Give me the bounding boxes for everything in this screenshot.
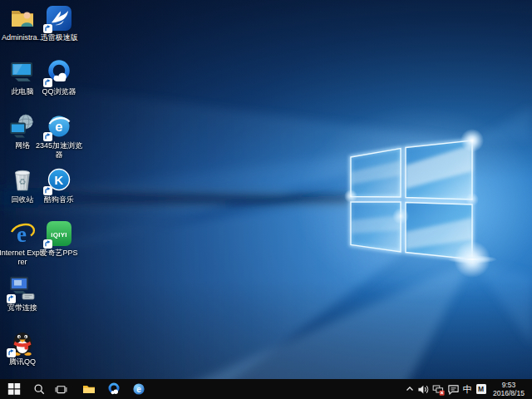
kugou-k-icon: K	[45, 166, 73, 195]
shortcut-arrow-icon	[7, 294, 16, 303]
shortcut-arrow-icon	[43, 239, 52, 249]
start-button[interactable]	[0, 379, 28, 399]
qq-browser-icon	[107, 382, 121, 396]
show-hidden-icons-button[interactable]	[403, 379, 416, 399]
taskbar-clock[interactable]: 9:53 2016/8/15	[488, 381, 530, 397]
shortcut-arrow-icon	[43, 78, 52, 87]
desktop-icon-kugou[interactable]: K 酷狗音乐	[35, 166, 83, 204]
broadband-icon	[8, 274, 37, 303]
folder-icon	[82, 382, 96, 396]
taskbar: e	[0, 379, 532, 399]
user-folder-icon	[8, 4, 37, 32]
windows-desktop: { "desktop": { "icons": [ {"id":"adminis…	[0, 0, 532, 399]
iqiyi-icon: iQIYI	[45, 219, 73, 248]
clock-date: 2016/8/15	[490, 389, 528, 397]
windows-logo-icon	[7, 382, 21, 396]
ime-language-badge[interactable]: M	[474, 379, 488, 399]
svg-text:iQIYI: iQIYI	[51, 231, 67, 239]
shortcut-arrow-icon	[43, 186, 52, 195]
taskbar-left: e	[0, 379, 151, 399]
svg-text:K: K	[55, 173, 64, 187]
task-view-button[interactable]	[50, 379, 71, 399]
xunlei-bird-icon	[45, 4, 73, 32]
icon-label: 爱奇艺PPS	[40, 249, 77, 258]
network-disconnected-icon	[432, 383, 445, 396]
e-browser-button[interactable]: e	[126, 379, 151, 399]
icon-label: QQ浏览器	[42, 87, 76, 96]
desktop-icon-2345-browser[interactable]: e 2345加速浏览器	[35, 112, 83, 160]
shortcut-arrow-icon	[7, 348, 16, 357]
desktop-icon-qq-browser[interactable]: QQ浏览器	[35, 58, 83, 96]
network-globe-icon	[8, 112, 37, 140]
icon-label: 2345加速浏览器	[35, 141, 83, 160]
svg-text:e: e	[136, 385, 141, 394]
svg-text:e: e	[55, 119, 62, 135]
message-bubble-icon	[447, 383, 460, 396]
icon-label: 腾讯QQ	[9, 357, 36, 367]
shortcut-arrow-icon	[43, 24, 52, 33]
search-button[interactable]	[28, 379, 50, 399]
action-center-button[interactable]	[446, 379, 461, 399]
task-view-icon	[55, 383, 67, 396]
browser-sphere-icon: e	[132, 382, 145, 396]
ime-mode-indicator[interactable]: 中	[461, 379, 474, 399]
desktop-icon-broadband[interactable]: 宽带连接	[0, 274, 47, 313]
system-tray: 中 M 9:53 2016/8/15	[403, 379, 532, 399]
qq-browser-icon	[45, 58, 73, 86]
shortcut-arrow-icon	[43, 132, 52, 141]
speaker-icon	[417, 383, 430, 396]
volume-button[interactable]	[416, 379, 431, 399]
qq-browser-button[interactable]	[101, 379, 126, 399]
qq-penguin-icon	[8, 328, 37, 357]
recycle-bin-icon: ♻	[8, 166, 37, 195]
icon-label: 网络	[15, 141, 30, 150]
icon-label: 迅雷极速版	[41, 33, 78, 42]
icon-label: 此电脑	[12, 87, 34, 96]
search-icon	[33, 383, 46, 396]
icon-label: 酷狗音乐	[44, 195, 74, 204]
desktop-icon-iqiyi[interactable]: iQIYI 爱奇艺PPS	[35, 219, 83, 258]
icon-label: 回收站	[12, 195, 34, 204]
ie-icon: e	[8, 219, 37, 248]
chevron-up-icon	[405, 384, 415, 394]
icon-label: 宽带连接	[7, 303, 37, 313]
file-explorer-button[interactable]	[76, 379, 101, 399]
network-status-button[interactable]	[431, 379, 446, 399]
ime-m-icon: M	[476, 384, 486, 394]
desktop-icon-xunlei[interactable]: 迅雷极速版	[35, 4, 83, 42]
desktop-icon-tencent-qq[interactable]: 腾讯QQ	[0, 328, 47, 367]
svg-text:♻: ♻	[19, 177, 27, 186]
e-browser-icon: e	[45, 112, 73, 140]
computer-icon	[8, 58, 37, 86]
clock-time: 9:53	[490, 381, 528, 389]
